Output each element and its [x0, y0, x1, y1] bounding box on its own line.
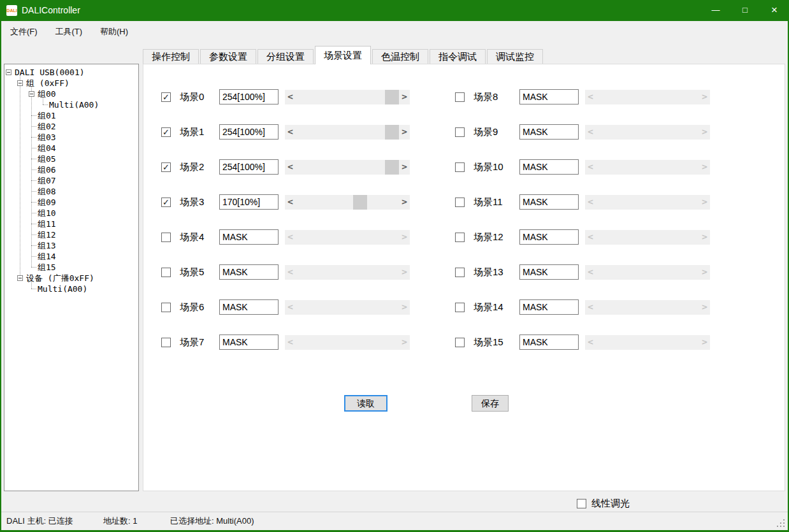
scene-level-scrollbar[interactable]: <>: [285, 90, 410, 104]
tree-item[interactable]: 组11: [4, 219, 138, 229]
tree-item[interactable]: 组15: [4, 262, 138, 273]
tree-item-label[interactable]: 组08: [38, 186, 56, 197]
tree-item-label[interactable]: 组02: [38, 121, 56, 132]
tree-item-label[interactable]: 设备 (广播0xFF): [26, 273, 94, 284]
tab-6[interactable]: 调试监控: [487, 49, 543, 64]
scroll-right-arrow-icon[interactable]: >: [399, 125, 410, 140]
scene-checkbox[interactable]: [455, 268, 465, 277]
scrollbar-thumb[interactable]: [385, 125, 399, 140]
minimize-button-icon[interactable]: —: [701, 0, 730, 21]
scroll-right-arrow-icon[interactable]: >: [399, 160, 410, 175]
close-button-icon[interactable]: ×: [760, 0, 789, 21]
scene-checkbox[interactable]: [455, 198, 465, 207]
tree-item-label[interactable]: 组09: [38, 197, 56, 208]
tree-item-label[interactable]: 组11: [38, 219, 56, 229]
title-bar[interactable]: DALI DALIController — □ ×: [0, 0, 789, 21]
tree-item-label[interactable]: 组12: [38, 229, 56, 240]
tree-item-label[interactable]: 组04: [38, 143, 56, 154]
scene-value-input[interactable]: [519, 229, 579, 245]
scrollbar-thumb[interactable]: [385, 160, 399, 175]
tree-item-label[interactable]: 组14: [38, 251, 56, 262]
tree-collapse-icon[interactable]: [17, 80, 23, 86]
scene-checkbox[interactable]: [161, 233, 171, 242]
scene-checkbox[interactable]: [161, 338, 171, 347]
tree-item-label[interactable]: 组15: [38, 262, 56, 273]
tab-5[interactable]: 指令调试: [430, 49, 486, 64]
tree-item[interactable]: 组00: [4, 89, 138, 99]
scroll-right-arrow-icon[interactable]: >: [399, 195, 410, 210]
tree-item-label[interactable]: 组03: [38, 132, 56, 143]
tab-1[interactable]: 参数设置: [200, 49, 256, 64]
menu-help[interactable]: 帮助(H): [97, 21, 131, 43]
menu-tools[interactable]: 工具(T): [52, 21, 86, 43]
scroll-right-arrow-icon[interactable]: >: [399, 90, 410, 104]
tree-item[interactable]: DALI USB(0001): [4, 67, 138, 78]
tree-item[interactable]: 组09: [4, 197, 138, 208]
tree-item-label[interactable]: Multi(A00): [38, 284, 87, 294]
tree-item[interactable]: 组 (0xFF): [4, 78, 138, 89]
tree-item-label[interactable]: 组00: [38, 89, 56, 99]
tree-item[interactable]: 组07: [4, 175, 138, 186]
scene-checkbox[interactable]: [161, 268, 171, 277]
tree-item-label[interactable]: 组 (0xFF): [26, 78, 69, 89]
scene-checkbox[interactable]: ✓: [161, 92, 171, 102]
tree-item-label[interactable]: 组01: [38, 110, 56, 121]
tree-item[interactable]: 组04: [4, 143, 138, 154]
scene-value-input[interactable]: [219, 334, 279, 350]
tree-item[interactable]: 组03: [4, 132, 138, 143]
tree-item-label[interactable]: 组07: [38, 175, 56, 186]
tree-item[interactable]: 组13: [4, 240, 138, 251]
scroll-left-arrow-icon[interactable]: <: [285, 195, 296, 210]
scene-value-input[interactable]: [519, 89, 579, 104]
scene-level-scrollbar[interactable]: <>: [285, 160, 410, 175]
scene-level-scrollbar[interactable]: <>: [285, 125, 410, 140]
scene-value-input[interactable]: [219, 264, 279, 280]
scene-level-scrollbar[interactable]: <>: [285, 195, 410, 210]
scene-value-input[interactable]: [519, 194, 579, 210]
tree-item[interactable]: 组01: [4, 110, 138, 121]
tree-collapse-icon[interactable]: [29, 91, 34, 97]
tree-item[interactable]: Multi(A00): [4, 99, 138, 110]
scene-value-input[interactable]: [519, 124, 579, 140]
tree-item-label[interactable]: 组10: [38, 208, 56, 219]
tree-collapse-icon[interactable]: [17, 275, 23, 281]
scene-checkbox[interactable]: ✓: [161, 162, 171, 172]
save-button[interactable]: 保存: [472, 395, 509, 412]
tree-item[interactable]: 组08: [4, 186, 138, 197]
linear-dimming-checkbox[interactable]: [577, 499, 586, 508]
tree-item-label[interactable]: 组06: [38, 164, 56, 175]
tab-3-active[interactable]: 场景设置: [315, 46, 371, 64]
tree-item-label[interactable]: Multi(A00): [49, 99, 99, 110]
scrollbar-thumb[interactable]: [385, 90, 399, 104]
scene-value-input[interactable]: [519, 299, 579, 315]
menu-file[interactable]: 文件(F): [7, 21, 41, 43]
scene-checkbox[interactable]: [455, 338, 465, 347]
scene-value-input[interactable]: [519, 264, 579, 280]
scene-checkbox[interactable]: [455, 162, 465, 172]
scene-checkbox[interactable]: ✓: [161, 198, 171, 207]
tab-0[interactable]: 操作控制: [143, 49, 199, 64]
tree-item[interactable]: 组12: [4, 229, 138, 240]
scene-value-input[interactable]: [519, 334, 579, 350]
scene-checkbox[interactable]: [455, 233, 465, 242]
tree-item[interactable]: 组10: [4, 208, 138, 219]
tree-item-label[interactable]: 组05: [38, 154, 56, 164]
scene-value-input[interactable]: [219, 229, 279, 245]
tree-item[interactable]: 组02: [4, 121, 138, 132]
read-button[interactable]: 读取: [344, 395, 387, 412]
scene-value-input[interactable]: [219, 89, 279, 104]
maximize-button-icon[interactable]: □: [730, 0, 760, 21]
tree-item[interactable]: Multi(A00): [4, 284, 138, 294]
scene-checkbox[interactable]: [161, 303, 171, 312]
scene-value-input[interactable]: [519, 159, 579, 175]
scene-checkbox[interactable]: ✓: [161, 127, 171, 137]
tree-item-label[interactable]: DALI USB(0001): [15, 67, 85, 78]
scene-checkbox[interactable]: [455, 303, 465, 312]
scroll-left-arrow-icon[interactable]: <: [285, 125, 296, 140]
scene-value-input[interactable]: [219, 159, 279, 175]
tree-item[interactable]: 组14: [4, 251, 138, 262]
scene-value-input[interactable]: [219, 124, 279, 140]
tree-item[interactable]: 设备 (广播0xFF): [4, 273, 138, 284]
tree-collapse-icon[interactable]: [6, 69, 11, 75]
tree-item-label[interactable]: 组13: [38, 240, 56, 251]
